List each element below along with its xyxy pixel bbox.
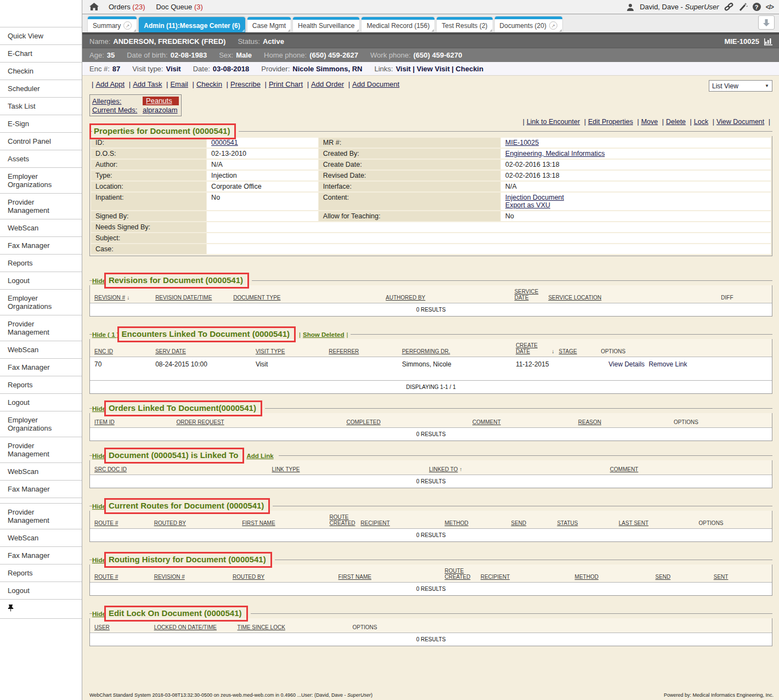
add-appt-link[interactable]: Add Appt — [95, 80, 125, 88]
code-icon[interactable]: </> — [766, 3, 774, 11]
tab-documents[interactable]: Documents (20)↗ — [495, 16, 562, 32]
allergies-link[interactable]: Allergies: — [92, 97, 121, 105]
remove-link-link[interactable]: Remove Link — [648, 360, 687, 368]
column-header[interactable]: REASON — [578, 419, 601, 425]
tab-test-results[interactable]: Test Results (2) — [437, 17, 492, 32]
sidebar-item-reports[interactable]: Reports — [0, 255, 82, 272]
wand-icon[interactable] — [738, 2, 748, 12]
column-header[interactable]: REVISION DATE/TIME — [155, 295, 212, 301]
show-deleted-link[interactable]: Show Deleted — [303, 331, 344, 338]
hide-encounters-link[interactable]: Hide ( 1 ) — [92, 331, 119, 338]
doc-id-link[interactable]: 0000541 — [211, 139, 238, 146]
view-document-link[interactable]: View Document — [716, 118, 764, 126]
sidebar-item-provider-management-4[interactable]: Provider Management — [0, 504, 82, 529]
sidebar-item-provider-management-2[interactable]: Provider Management — [0, 315, 82, 341]
column-header[interactable]: ROUTE CREATED — [330, 514, 358, 526]
pushpin-icon[interactable] — [8, 605, 14, 612]
sidebar-item-provider-management[interactable]: Provider Management — [0, 194, 82, 219]
view-details-link[interactable]: View Details — [608, 360, 645, 368]
column-header[interactable]: SERVICE DATE — [515, 289, 545, 301]
checkin-action-link[interactable]: Checkin — [196, 80, 222, 88]
sidebar-item-logout-2[interactable]: Logout — [0, 394, 82, 411]
export-as-vxu-link[interactable]: Export as VXU — [505, 201, 766, 209]
sidebar-item-webscan[interactable]: WebScan — [0, 219, 82, 237]
column-header[interactable]: AUTHORED BY — [386, 295, 425, 301]
column-header[interactable]: SERVICE LOCATION — [548, 295, 601, 301]
sidebar-item-e-sign[interactable]: E-Sign — [0, 115, 82, 133]
view-visit-link[interactable]: View Visit — [416, 65, 449, 73]
column-header[interactable]: SEND — [511, 520, 526, 526]
column-header[interactable]: LINK TYPE — [272, 466, 300, 472]
sidebar-item-assets[interactable]: Assets — [0, 150, 82, 168]
sidebar-item-fax-manager-4[interactable]: Fax Manager — [0, 547, 82, 564]
sidebar-item-task-list[interactable]: Task List — [0, 98, 82, 115]
column-header[interactable]: ROUTE CREATED — [444, 568, 477, 580]
column-header[interactable]: REVISION # — [154, 574, 185, 580]
column-header[interactable]: ROUTE # — [94, 574, 118, 580]
column-header[interactable]: STAGE — [559, 348, 577, 354]
prescribe-link[interactable]: Prescribe — [230, 80, 261, 88]
allergy-peanuts[interactable]: Peanuts — [143, 97, 179, 105]
column-header[interactable]: LAST SENT — [619, 520, 648, 526]
popout-icon[interactable]: ↗ — [549, 21, 557, 30]
sidebar-item-reports-2[interactable]: Reports — [0, 376, 82, 394]
column-header[interactable]: LOCKED ON DATE/TIME — [154, 624, 217, 630]
logged-in-user[interactable]: David, Dave - SuperUser — [640, 3, 719, 11]
tab-summary[interactable]: Summary↗ — [88, 16, 137, 32]
mr-number-link[interactable]: MIE-10025 — [505, 139, 539, 146]
sidebar-item-checkin[interactable]: Checkin — [0, 63, 82, 80]
sidebar-item-webscan-4[interactable]: WebScan — [0, 529, 82, 547]
column-header[interactable]: USER — [94, 624, 110, 630]
sidebar-item-employer-organizations[interactable]: Employer Organizations — [0, 168, 82, 194]
delete-link[interactable]: Delete — [666, 118, 686, 126]
column-header[interactable]: STATUS — [557, 520, 578, 526]
tab-medical-record[interactable]: Medical Record (156) — [362, 17, 434, 32]
sidebar-item-reports-3[interactable]: Reports — [0, 564, 82, 582]
sidebar-item-provider-management-3[interactable]: Provider Management — [0, 437, 82, 463]
sidebar-item-fax-manager-2[interactable]: Fax Manager — [0, 359, 82, 376]
med-alprazolam[interactable]: alprazolam — [143, 106, 178, 114]
link-to-encounter-link[interactable]: Link to Encounter — [527, 118, 580, 126]
column-header[interactable]: ORDER REQUEST — [176, 419, 224, 425]
help-icon[interactable]: ? — [753, 3, 761, 11]
column-header[interactable]: RECIPIENT — [481, 574, 510, 580]
column-header[interactable]: COMMENT — [610, 466, 639, 472]
popout-icon[interactable]: ↗ — [123, 21, 132, 30]
sidebar-item-webscan-2[interactable]: WebScan — [0, 341, 82, 359]
lock-link[interactable]: Lock — [694, 118, 708, 126]
column-header[interactable]: ROUTED BY — [233, 574, 264, 580]
column-header[interactable]: TIME SINCE LOCK — [238, 624, 285, 630]
column-header[interactable]: VISIT TYPE — [256, 348, 285, 354]
column-header[interactable]: ROUTED BY — [154, 520, 186, 526]
column-header[interactable]: SRC DOC ID — [94, 466, 127, 472]
column-header[interactable]: COMPLETED — [346, 419, 380, 425]
column-header[interactable]: FIRST NAME — [338, 574, 371, 580]
created-by-link[interactable]: Engineering, Medical Informatics — [505, 150, 605, 157]
column-header[interactable]: SEND — [656, 574, 671, 580]
column-header[interactable]: PERFORMING DR. — [402, 348, 450, 354]
move-link[interactable]: Move — [641, 118, 658, 126]
add-order-link[interactable]: Add Order — [311, 80, 344, 88]
column-header[interactable]: ITEM ID — [94, 419, 115, 425]
column-header[interactable]: LINKED TO — [429, 466, 458, 472]
tab-health-surveillance[interactable]: Health Surveillance — [293, 17, 359, 32]
link-icon[interactable] — [724, 2, 733, 12]
column-header[interactable]: COMMENT — [472, 419, 501, 425]
column-header[interactable]: CREATE DATE — [516, 342, 548, 354]
sidebar-item-webscan-3[interactable]: WebScan — [0, 463, 82, 481]
checkin-link[interactable]: Checkin — [456, 65, 484, 73]
tab-case-mgmt[interactable]: Case Mgmt — [247, 17, 291, 32]
column-header[interactable]: DOCUMENT TYPE — [233, 295, 280, 301]
column-header[interactable]: METHOD — [444, 520, 468, 526]
column-header[interactable]: REFERRER — [329, 348, 359, 354]
sidebar-item-control-panel[interactable]: Control Panel — [0, 133, 82, 150]
sidebar-item-quick-view[interactable]: Quick View — [0, 27, 82, 45]
column-header[interactable]: REVISION # — [94, 295, 125, 301]
doc-queue-link[interactable]: Doc Queue (3) — [156, 3, 202, 11]
sidebar-item-scheduler[interactable]: Scheduler — [0, 80, 82, 98]
orders-queue-link[interactable]: Orders (23) — [109, 3, 145, 11]
edit-properties-link[interactable]: Edit Properties — [588, 118, 633, 126]
flowsheet-chart-icon[interactable] — [764, 37, 774, 46]
column-header[interactable]: SERV DATE — [155, 348, 186, 354]
sidebar-item-employer-organizations-3[interactable]: Employer Organizations — [0, 411, 82, 437]
